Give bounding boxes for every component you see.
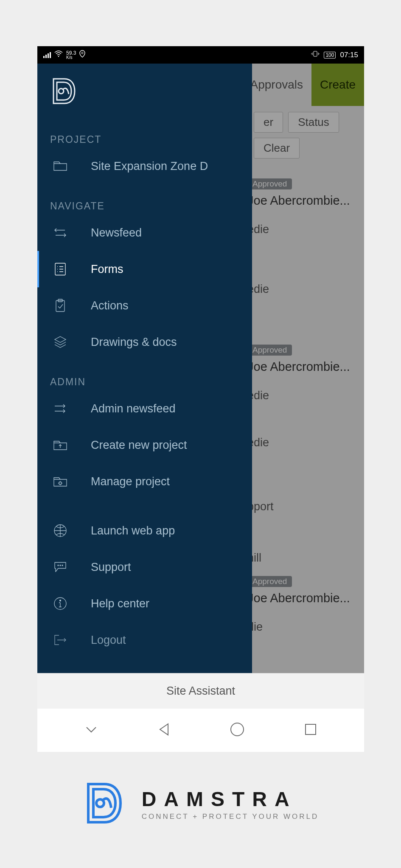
item-sub: edie [247, 436, 358, 449]
item-sub: hill [247, 551, 358, 565]
project-name: Site Expansion Zone D [91, 160, 208, 173]
item-sub: edie [247, 223, 358, 236]
folder-icon [52, 160, 69, 172]
nav-drawer: PROJECT Site Expansion Zone D NAVIGATE N… [37, 64, 252, 673]
section-navigate: NAVIGATE [37, 184, 252, 214]
filter-chip[interactable]: er [254, 112, 283, 133]
list-item[interactable]: hill [247, 551, 358, 565]
list-item[interactable]: edie [247, 436, 358, 449]
clipboard-check-icon [52, 298, 69, 313]
android-status-bar: 59.3 K/s 100 07:15 [37, 46, 364, 64]
forms-icon [52, 262, 69, 276]
section-project: PROJECT [37, 118, 252, 148]
android-nav-bar [37, 709, 364, 752]
network-speed: 59.3 K/s [66, 50, 76, 60]
keyboard-hide-icon[interactable] [84, 725, 98, 736]
list-item[interactable]: Approved Joe Abercrombie... die [247, 574, 358, 634]
back-icon[interactable] [157, 722, 170, 738]
svg-point-9 [58, 565, 59, 566]
clock: 07:15 [340, 51, 358, 59]
nav-label: Newsfeed [91, 226, 142, 239]
nav-label: Support [91, 561, 131, 574]
nav-help-center[interactable]: Help center [37, 585, 252, 622]
nav-newsfeed[interactable]: Newsfeed [37, 214, 252, 251]
globe-icon [52, 523, 69, 538]
nav-label: Create new project [91, 439, 187, 452]
item-sub: edie [247, 283, 358, 296]
nav-admin-newsfeed[interactable]: Admin newsfeed [37, 390, 252, 427]
svg-point-10 [60, 565, 61, 566]
layers-icon [52, 335, 69, 349]
folder-gear-icon [52, 475, 69, 488]
nav-logout[interactable]: Logout [37, 622, 252, 658]
site-assistant-bar[interactable]: Site Assistant [37, 673, 364, 709]
nav-actions[interactable]: Actions [37, 287, 252, 324]
svg-point-13 [60, 600, 61, 601]
folder-upload-icon [52, 439, 69, 451]
home-icon[interactable] [230, 722, 245, 739]
location-icon [79, 50, 85, 60]
brand-name: DAMSTRA [142, 787, 297, 811]
nav-label: Drawings & docs [91, 336, 177, 349]
chat-icon [52, 561, 69, 573]
svg-point-11 [62, 565, 63, 566]
brand-tagline: CONNECT + PROTECT YOUR WORLD [142, 812, 319, 821]
svg-rect-2 [314, 51, 317, 56]
status-badge: Approved [247, 178, 292, 189]
nav-launch-web[interactable]: Launch web app [37, 512, 252, 549]
nav-create-project[interactable]: Create new project [37, 427, 252, 463]
list-item[interactable]: Approved Joe Abercrombie... edie [247, 176, 358, 236]
section-admin: ADMIN [37, 360, 252, 390]
nav-label: Forms [91, 263, 123, 276]
signal-icon [43, 52, 51, 58]
status-badge: Approved [247, 345, 292, 356]
exchange-icon [52, 227, 69, 239]
item-name: Joe Abercrombie... [247, 194, 358, 208]
nav-drawings[interactable]: Drawings & docs [37, 324, 252, 360]
filter-status[interactable]: Status [288, 112, 339, 133]
logout-icon [52, 634, 69, 646]
site-assistant-label: Site Assistant [166, 684, 235, 698]
brand-footer: DAMSTRA CONNECT + PROTECT YOUR WORLD [0, 780, 401, 828]
wifi-icon [54, 50, 63, 59]
brand-logo-icon [82, 780, 123, 828]
status-badge: Approved [247, 576, 292, 587]
nav-forms[interactable]: Forms [37, 251, 252, 287]
tab-approvals[interactable]: Approvals [250, 78, 303, 92]
item-name: Joe Abercrombie... [247, 360, 358, 374]
exchange-right-icon [52, 403, 69, 415]
battery-level: 100 [324, 52, 336, 58]
info-icon [52, 596, 69, 611]
app-logo [37, 64, 252, 118]
svg-point-16 [96, 799, 104, 807]
item-sub: pport [247, 500, 358, 513]
item-name: Joe Abercrombie... [247, 591, 358, 605]
item-sub: die [247, 620, 358, 634]
svg-point-14 [231, 723, 244, 736]
list-item[interactable]: Approved Joe Abercrombie... edie [247, 342, 358, 402]
vibrate-icon [311, 50, 320, 59]
nav-label: Logout [91, 634, 126, 647]
phone-frame: 59.3 K/s 100 07:15 Approvals Create [37, 46, 364, 752]
svg-point-0 [58, 56, 59, 57]
nav-label: Admin newsfeed [91, 402, 176, 415]
project-selector[interactable]: Site Expansion Zone D [37, 148, 252, 184]
svg-point-1 [81, 52, 83, 54]
create-button[interactable]: Create [311, 64, 364, 106]
nav-label: Launch web app [91, 524, 175, 537]
list-item[interactable]: edie [247, 283, 358, 296]
nav-support[interactable]: Support [37, 549, 252, 585]
nav-manage-project[interactable]: Manage project [37, 463, 252, 500]
nav-label: Actions [91, 299, 129, 312]
filter-clear[interactable]: Clear [254, 138, 300, 159]
svg-point-7 [59, 482, 62, 484]
list-item[interactable]: pport [247, 500, 358, 513]
svg-rect-5 [56, 300, 64, 312]
recent-icon[interactable] [304, 723, 317, 738]
item-sub: edie [247, 389, 358, 402]
svg-rect-15 [306, 724, 316, 734]
nav-label: Manage project [91, 475, 170, 488]
nav-label: Help center [91, 597, 149, 610]
